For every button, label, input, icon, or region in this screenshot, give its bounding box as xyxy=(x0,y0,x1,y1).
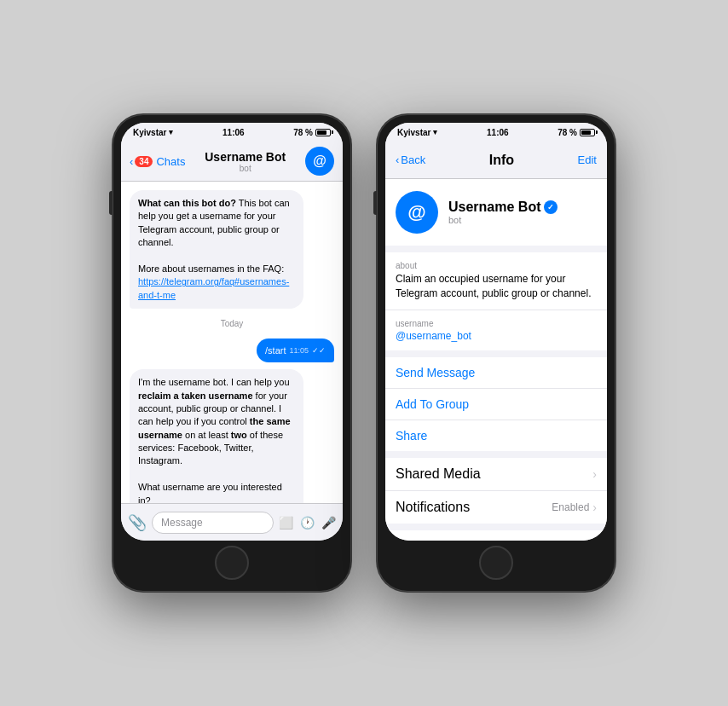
home-indicator-left xyxy=(121,541,343,583)
carrier-right: Kyivstar xyxy=(397,128,430,137)
bubble-intro-title: What can this bot do? xyxy=(138,198,236,208)
bubble-response: I'm the username bot. I can help you rec… xyxy=(130,369,303,503)
wifi-icon-left: ▾ xyxy=(169,128,173,136)
back-button-left[interactable]: ‹ 34 Chats xyxy=(130,155,185,168)
bubble-faq-text: More about usernames in the FAQ: xyxy=(138,263,284,274)
phone-left-screen: Kyivstar ▾ 11:06 78 % ‹ 34 Chats Usernam… xyxy=(121,123,343,541)
time-left: 11:06 xyxy=(222,128,245,137)
at-icon-nav: @ xyxy=(313,153,326,169)
info-name-row: Username Bot ✓ xyxy=(448,200,558,215)
add-to-group-action[interactable]: Add To Group xyxy=(385,389,607,420)
start-time: 11:05 xyxy=(289,346,309,355)
username-value[interactable]: @username_bot xyxy=(396,330,471,342)
about-content: about Claim an occupied username for you… xyxy=(396,261,597,301)
info-nav-bar: ‹ Back Info Edit xyxy=(385,142,607,179)
time-right: 11:06 xyxy=(487,128,509,137)
report-action[interactable]: Report xyxy=(385,530,607,541)
timer-icon[interactable]: 🕐 xyxy=(300,516,315,530)
phone-right-screen: Kyivstar ▾ 11:06 78 % ‹ Back Info Edit xyxy=(385,123,607,541)
notifications-chevron: › xyxy=(592,501,597,514)
about-row: about Claim an occupied username for you… xyxy=(385,252,607,310)
chat-subtitle: bot xyxy=(185,164,305,173)
start-command: /start xyxy=(265,345,286,356)
status-left: Kyivstar ▾ xyxy=(133,128,173,137)
phone-right: Kyivstar ▾ 11:06 78 % ‹ Back Info Edit xyxy=(377,114,615,592)
home-button-right[interactable] xyxy=(479,546,513,580)
back-label-right: Back xyxy=(401,153,425,166)
battery-left xyxy=(315,129,331,136)
wifi-icon-right: ▾ xyxy=(433,128,437,136)
back-button-right[interactable]: ‹ Back xyxy=(396,153,425,166)
nav-bar-left: ‹ 34 Chats Username Bot bot @ xyxy=(121,142,343,182)
actions-section: Send Message Add To Group Share xyxy=(385,357,607,451)
shared-media-chevron: › xyxy=(592,467,597,481)
message-placeholder: Message xyxy=(161,517,203,529)
battery-pct-left: 78 % xyxy=(293,128,313,137)
attach-icon[interactable]: 📎 xyxy=(128,513,147,532)
battery-pct-right: 78 % xyxy=(558,128,577,137)
username-row: username @username_bot xyxy=(385,310,607,350)
about-text: Claim an occupied username for your Tele… xyxy=(396,272,597,301)
notifications-right: Enabled › xyxy=(552,501,597,514)
date-divider: Today xyxy=(130,319,334,328)
status-bar-left: Kyivstar ▾ 11:06 78 % xyxy=(121,123,343,142)
notifications-row[interactable]: Notifications Enabled › xyxy=(385,491,607,524)
media-section: Shared Media › Notifications Enabled › xyxy=(385,458,607,524)
bot-label: bot xyxy=(448,215,558,225)
faq-link[interactable]: https://telegram.org/faq#usernames-and-t… xyxy=(138,276,289,299)
notifications-label: Notifications xyxy=(396,500,470,515)
nav-title-center-left: Username Bot bot xyxy=(185,150,305,173)
status-left-right: Kyivstar ▾ xyxy=(397,128,437,137)
message-input[interactable]: Message xyxy=(152,512,274,534)
start-checks: ✓✓ xyxy=(312,346,326,355)
about-label: about xyxy=(396,261,597,270)
info-title: Info xyxy=(489,153,514,168)
danger-section: Report Stop Bot xyxy=(385,530,607,541)
battery-right xyxy=(580,129,595,136)
chevron-left-icon: ‹ xyxy=(130,155,133,168)
username-label: username xyxy=(396,319,471,328)
chats-label: Chats xyxy=(156,155,185,168)
edit-button[interactable]: Edit xyxy=(578,153,597,166)
chevron-back-icon: ‹ xyxy=(396,153,399,166)
bubble-intro: What can this bot do? This bot can help … xyxy=(130,190,303,309)
input-icons: ⬜ 🕐 🎤 xyxy=(279,516,336,530)
about-section: about Claim an occupied username for you… xyxy=(385,252,607,350)
avatar-icon: @ xyxy=(407,201,425,223)
username-content: username @username_bot xyxy=(396,319,471,342)
bubble-start: /start 11:05 ✓✓ xyxy=(257,339,334,362)
notifications-value: Enabled xyxy=(552,501,589,513)
info-name-block: Username Bot ✓ bot xyxy=(448,200,558,225)
bot-name: Username Bot xyxy=(448,200,540,215)
carrier-left: Kyivstar xyxy=(133,128,166,137)
info-header: @ Username Bot ✓ bot xyxy=(385,179,607,246)
bot-avatar-nav[interactable]: @ xyxy=(305,147,334,176)
home-button-left[interactable] xyxy=(215,546,249,580)
send-message-action[interactable]: Send Message xyxy=(385,357,607,389)
info-avatar: @ xyxy=(396,191,438,234)
chat-title: Username Bot xyxy=(185,150,305,164)
shared-media-row[interactable]: Shared Media › xyxy=(385,458,607,491)
sticker-icon[interactable]: ⬜ xyxy=(279,516,293,530)
home-indicator-right xyxy=(385,541,607,583)
phone-left: Kyivstar ▾ 11:06 78 % ‹ 34 Chats Usernam… xyxy=(113,114,351,592)
share-action[interactable]: Share xyxy=(385,420,607,451)
phones-container: Kyivstar ▾ 11:06 78 % ‹ 34 Chats Usernam… xyxy=(113,114,615,592)
status-right-right: 78 % xyxy=(558,128,595,137)
input-bar: 📎 Message ⬜ 🕐 🎤 xyxy=(121,503,343,541)
shared-media-label: Shared Media xyxy=(396,466,481,482)
status-bar-right: Kyivstar ▾ 11:06 78 % xyxy=(385,123,607,142)
chats-badge: 34 xyxy=(135,156,153,167)
verified-badge: ✓ xyxy=(544,200,558,214)
info-content: @ Username Bot ✓ bot about xyxy=(385,179,607,541)
mic-icon[interactable]: 🎤 xyxy=(321,516,336,530)
status-right-left: 78 % xyxy=(293,128,331,137)
chat-area: What can this bot do? This bot can help … xyxy=(121,182,343,503)
